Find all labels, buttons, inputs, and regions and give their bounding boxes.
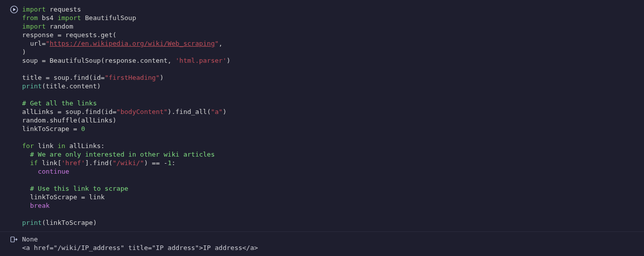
code-line: # Get all the links bbox=[22, 99, 644, 107]
code-token: response bbox=[22, 31, 54, 39]
code-token: link[ bbox=[38, 159, 61, 167]
code-token: print bbox=[22, 219, 42, 226]
code-token: # Get all the links bbox=[22, 99, 97, 107]
code-token bbox=[69, 125, 73, 133]
code-token bbox=[22, 185, 30, 192]
code-token: linkToScrape bbox=[22, 193, 81, 201]
code-line: linkToScrape = link bbox=[22, 193, 644, 201]
code-token: ) bbox=[22, 48, 26, 56]
code-line: title = soup.find(id="firstHeading") bbox=[22, 73, 644, 82]
code-line: for link in allLinks: bbox=[22, 142, 644, 150]
cell-gutter bbox=[0, 5, 22, 14]
code-token: = bbox=[113, 108, 117, 115]
code-line: allLinks = soup.find(id="bodyContent").f… bbox=[22, 107, 644, 116]
code-token bbox=[160, 159, 164, 167]
code-token: " bbox=[46, 40, 50, 47]
code-token bbox=[22, 168, 38, 175]
output-arrow-icon bbox=[10, 235, 18, 243]
code-line: print(title.content) bbox=[22, 82, 644, 90]
code-token: (linkToScrape) bbox=[42, 219, 97, 226]
output-line: None bbox=[22, 235, 644, 243]
code-token: 'href' bbox=[61, 159, 85, 167]
code-token: requests.get( bbox=[61, 31, 117, 39]
code-token: == bbox=[152, 159, 160, 167]
output-line: <a href="/wiki/IP_address" title="IP add… bbox=[22, 243, 644, 252]
code-token: soup.find(id bbox=[61, 108, 113, 115]
code-line: soup = BeautifulSoup(response.content, '… bbox=[22, 56, 644, 65]
code-token bbox=[22, 134, 26, 141]
code-token: : bbox=[171, 159, 175, 167]
code-token: - bbox=[164, 159, 168, 167]
code-line: import requests bbox=[22, 5, 644, 14]
code-token: allLinks: bbox=[65, 142, 104, 150]
code-token: ].find( bbox=[85, 159, 113, 167]
code-token: soup bbox=[22, 57, 38, 64]
code-token: import bbox=[22, 23, 46, 30]
code-token: for bbox=[22, 142, 34, 150]
code-token: random bbox=[50, 23, 73, 30]
code-token: link bbox=[34, 142, 57, 150]
code-token: (title.content) bbox=[42, 82, 100, 90]
code-token bbox=[38, 57, 42, 64]
code-token: , bbox=[219, 40, 223, 47]
code-token: 'html.parser' bbox=[175, 57, 227, 64]
code-token: in bbox=[57, 142, 65, 150]
code-token: linkToScrape bbox=[22, 125, 69, 133]
code-token: link bbox=[85, 193, 104, 201]
code-line: response = requests.get( bbox=[22, 31, 644, 39]
code-token: random.shuffle(allLinks) bbox=[22, 116, 117, 124]
code-line: if link['href'].find("/wiki/") == -1: bbox=[22, 159, 644, 167]
code-token: ).find_all( bbox=[168, 108, 211, 115]
code-token bbox=[38, 14, 42, 22]
code-token bbox=[46, 6, 50, 13]
code-token: ) bbox=[144, 159, 152, 167]
code-token: from bbox=[22, 14, 38, 22]
code-line: # Use this link to scrape bbox=[22, 184, 644, 193]
code-token: 0 bbox=[81, 125, 85, 133]
output-text: None<a href="/wiki/IP_address" title="IP… bbox=[22, 235, 644, 252]
code-line: # We are only interested in other wiki a… bbox=[22, 150, 644, 159]
code-token bbox=[22, 65, 26, 73]
code-line: print(linkToScrape) bbox=[22, 218, 644, 227]
code-token bbox=[22, 151, 30, 158]
run-cell-button[interactable] bbox=[10, 6, 18, 14]
code-token: ) bbox=[223, 108, 227, 115]
code-token: = bbox=[42, 57, 46, 64]
code-token: BeautifulSoup bbox=[85, 14, 136, 22]
code-line: linkToScrape = 0 bbox=[22, 124, 644, 133]
code-line bbox=[22, 65, 644, 73]
code-token: continue bbox=[38, 168, 69, 175]
code-line: break bbox=[22, 201, 644, 210]
code-line bbox=[22, 176, 644, 184]
code-editor[interactable]: import requestsfrom bs4 import Beautiful… bbox=[22, 5, 644, 231]
play-icon bbox=[10, 6, 18, 14]
output-gutter bbox=[0, 235, 22, 243]
code-token: # We are only interested in other wiki a… bbox=[30, 151, 215, 158]
code-token: ) bbox=[227, 57, 231, 64]
code-token bbox=[22, 159, 30, 167]
code-line: import random bbox=[22, 22, 644, 31]
output-indicator[interactable] bbox=[10, 235, 18, 243]
code-token: = bbox=[73, 125, 77, 133]
code-line: continue bbox=[22, 167, 644, 176]
code-line: ) bbox=[22, 48, 644, 56]
code-token: BeautifulSoup(response.content, bbox=[46, 57, 175, 64]
code-line: url="https://en.wikipedia.org/wiki/Web_s… bbox=[22, 39, 644, 48]
code-token: "a" bbox=[211, 108, 223, 115]
code-token: https://en.wikipedia.org/wiki/Web_scrapi… bbox=[50, 40, 215, 47]
code-token: print bbox=[22, 82, 42, 90]
svg-marker-1 bbox=[13, 8, 16, 11]
code-token bbox=[22, 210, 26, 218]
code-token: allLinks bbox=[22, 108, 54, 115]
code-token: url bbox=[22, 40, 42, 47]
code-token bbox=[22, 202, 30, 209]
svg-rect-2 bbox=[11, 237, 15, 242]
code-token: requests bbox=[50, 6, 81, 13]
code-token: title bbox=[22, 74, 42, 81]
code-token: = bbox=[46, 74, 50, 81]
code-token: break bbox=[30, 202, 50, 209]
code-token: import bbox=[22, 6, 46, 13]
code-token bbox=[22, 91, 26, 98]
code-line: from bs4 import BeautifulSoup bbox=[22, 14, 644, 22]
code-token bbox=[42, 74, 46, 81]
